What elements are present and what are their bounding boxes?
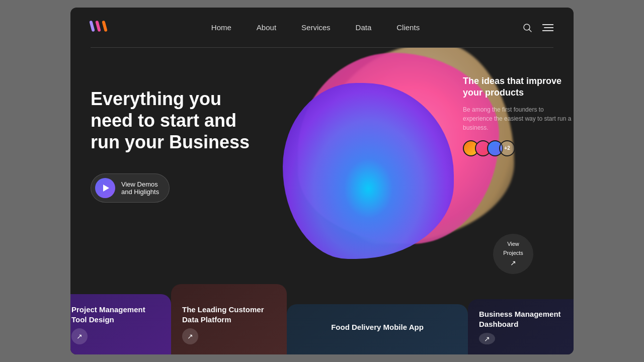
nav-item-services[interactable]: Services bbox=[301, 23, 331, 32]
card-customer-data-title: The Leading Customer Data Platform bbox=[182, 305, 276, 324]
logo-slash-3 bbox=[102, 21, 107, 32]
card-project-management[interactable]: Project Management Tool Design ↗ bbox=[70, 294, 171, 354]
search-button[interactable] bbox=[522, 23, 532, 33]
logo-slash-2 bbox=[96, 21, 101, 32]
navbar: Home About Services Data Clients bbox=[70, 8, 574, 48]
nav-item-clients[interactable]: Clients bbox=[396, 23, 420, 32]
hero-section: Everything you need to start and run you… bbox=[70, 48, 574, 354]
view-demos-label: View Demos and Higlights bbox=[121, 180, 159, 196]
view-projects-line2: Projects bbox=[503, 249, 523, 256]
nav-item-about[interactable]: About bbox=[257, 23, 276, 32]
view-projects-button[interactable]: View Projects ↗ bbox=[493, 234, 533, 274]
cta-line1: View Demos bbox=[121, 180, 158, 188]
view-projects-line1: View bbox=[507, 240, 519, 247]
nav-item-home[interactable]: Home bbox=[211, 23, 231, 32]
menu-button[interactable] bbox=[542, 24, 553, 32]
avatar-count: +2 bbox=[499, 140, 515, 156]
bottom-cards: Project Management Tool Design ↗ The Lea… bbox=[70, 274, 574, 354]
nav-item-data[interactable]: Data bbox=[356, 23, 372, 32]
card-food-delivery[interactable]: Food Delivery Mobile App bbox=[287, 304, 468, 354]
right-card-title: The ideas that improve your products bbox=[463, 75, 574, 99]
card-customer-data[interactable]: The Leading Customer Data Platform ↗ bbox=[171, 284, 287, 354]
logo bbox=[91, 21, 109, 35]
card-business-mgmt-title: Business Management Dashboard bbox=[479, 309, 573, 329]
hero-heading: Everything you need to start and run you… bbox=[91, 88, 262, 153]
logo-slash-1 bbox=[89, 21, 95, 32]
menu-icon bbox=[542, 24, 553, 32]
view-demos-button[interactable]: View Demos and Higlights bbox=[91, 173, 170, 203]
hero-text: Everything you need to start and run you… bbox=[91, 63, 262, 203]
card-business-management[interactable]: Business Management Dashboard ↗ bbox=[468, 299, 574, 354]
nav-actions bbox=[522, 23, 553, 33]
card-food-delivery-title: Food Delivery Mobile App bbox=[331, 322, 424, 332]
right-info-card: The ideas that improve your products Be … bbox=[463, 75, 574, 156]
search-icon bbox=[522, 23, 532, 33]
browser-window: Home About Services Data Clients bbox=[70, 8, 574, 354]
logo-icon bbox=[91, 21, 109, 35]
card-project-mgmt-title: Project Management Tool Design bbox=[71, 305, 160, 324]
right-card-description: Be among the first founders to experienc… bbox=[463, 105, 574, 132]
avatars-group: +2 bbox=[463, 140, 574, 156]
svg-line-1 bbox=[529, 30, 531, 32]
cta-line2: and Higlights bbox=[121, 188, 159, 196]
nav-links: Home About Services Data Clients bbox=[211, 23, 420, 32]
card-customer-data-arrow: ↗ bbox=[182, 328, 198, 344]
play-triangle-icon bbox=[103, 185, 109, 192]
card-business-mgmt-arrow: ↗ bbox=[479, 333, 495, 344]
card-project-mgmt-arrow: ↗ bbox=[71, 328, 88, 344]
arrow-icon: ↗ bbox=[510, 258, 516, 267]
play-icon-circle bbox=[95, 178, 115, 198]
